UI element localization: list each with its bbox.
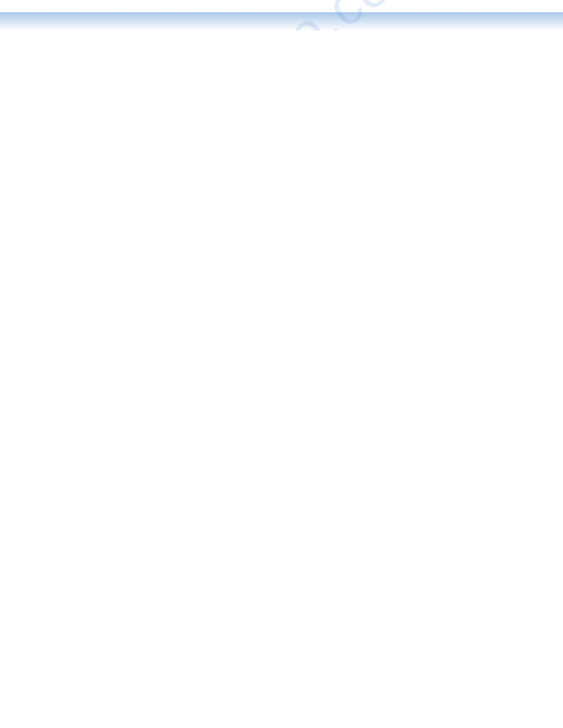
page-header-bar xyxy=(0,12,563,31)
